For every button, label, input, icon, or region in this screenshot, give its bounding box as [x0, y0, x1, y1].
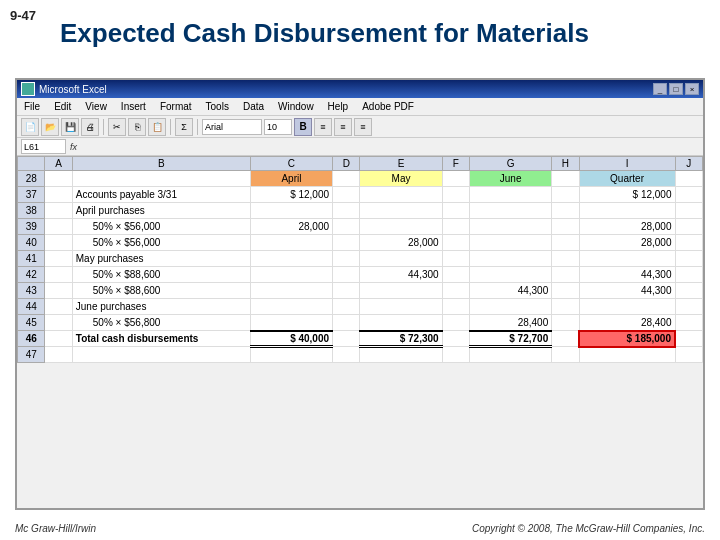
- cell-47-G[interactable]: [470, 347, 552, 363]
- cell-28-J[interactable]: [675, 171, 703, 187]
- cell-42-J[interactable]: [675, 267, 703, 283]
- cell-41-H[interactable]: [552, 251, 579, 267]
- menu-adobe[interactable]: Adobe PDF: [359, 100, 417, 113]
- cell-47-E[interactable]: [360, 347, 442, 363]
- cell-44-J[interactable]: [675, 299, 703, 315]
- cell-28-E[interactable]: May: [360, 171, 442, 187]
- cell-38-C[interactable]: [250, 203, 332, 219]
- cell-45-B[interactable]: 50% × $56,800: [72, 315, 250, 331]
- cell-47-H[interactable]: [552, 347, 579, 363]
- cell-47-I[interactable]: [579, 347, 675, 363]
- cell-47-B[interactable]: [72, 347, 250, 363]
- cell-45-C[interactable]: [250, 315, 332, 331]
- cell-42-A[interactable]: [45, 267, 72, 283]
- cell-42-G[interactable]: [470, 267, 552, 283]
- cell-46-G[interactable]: $ 72,700: [470, 331, 552, 347]
- cell-43-G[interactable]: 44,300: [470, 283, 552, 299]
- paste-btn[interactable]: 📋: [148, 118, 166, 136]
- cell-45-D[interactable]: [333, 315, 360, 331]
- cell-43-J[interactable]: [675, 283, 703, 299]
- cell-46-H[interactable]: [552, 331, 579, 347]
- cell-41-C[interactable]: [250, 251, 332, 267]
- cell-37-A[interactable]: [45, 187, 72, 203]
- menu-file[interactable]: File: [21, 100, 43, 113]
- cell-44-C[interactable]: [250, 299, 332, 315]
- cell-28-A[interactable]: [45, 171, 72, 187]
- cell-45-F[interactable]: [442, 315, 469, 331]
- cell-40-C[interactable]: [250, 235, 332, 251]
- cell-41-F[interactable]: [442, 251, 469, 267]
- copy-btn[interactable]: ⎘: [128, 118, 146, 136]
- menu-insert[interactable]: Insert: [118, 100, 149, 113]
- cell-37-J[interactable]: [675, 187, 703, 203]
- cell-46-A[interactable]: [45, 331, 72, 347]
- cell-40-G[interactable]: [470, 235, 552, 251]
- cell-39-A[interactable]: [45, 219, 72, 235]
- cell-46-F[interactable]: [442, 331, 469, 347]
- minimize-btn[interactable]: _: [653, 83, 667, 95]
- cell-40-F[interactable]: [442, 235, 469, 251]
- cell-39-F[interactable]: [442, 219, 469, 235]
- cell-47-D[interactable]: [333, 347, 360, 363]
- cell-43-E[interactable]: [360, 283, 442, 299]
- cell-37-F[interactable]: [442, 187, 469, 203]
- cell-39-H[interactable]: [552, 219, 579, 235]
- bold-button[interactable]: B: [294, 118, 312, 136]
- cell-46-C[interactable]: $ 40,000: [250, 331, 332, 347]
- menu-data[interactable]: Data: [240, 100, 267, 113]
- cell-42-D[interactable]: [333, 267, 360, 283]
- cell-46-B[interactable]: Total cash disbursements: [72, 331, 250, 347]
- cell-41-D[interactable]: [333, 251, 360, 267]
- close-btn[interactable]: ×: [685, 83, 699, 95]
- restore-btn[interactable]: □: [669, 83, 683, 95]
- cell-44-H[interactable]: [552, 299, 579, 315]
- cell-43-H[interactable]: [552, 283, 579, 299]
- cell-45-J[interactable]: [675, 315, 703, 331]
- print-btn[interactable]: 🖨: [81, 118, 99, 136]
- cell-40-I[interactable]: 28,000: [579, 235, 675, 251]
- cell-28-I[interactable]: Quarter: [579, 171, 675, 187]
- cell-40-E[interactable]: 28,000: [360, 235, 442, 251]
- cell-42-I[interactable]: 44,300: [579, 267, 675, 283]
- cell-38-B[interactable]: April purchases: [72, 203, 250, 219]
- cell-39-D[interactable]: [333, 219, 360, 235]
- cell-41-I[interactable]: [579, 251, 675, 267]
- cell-37-B[interactable]: Accounts payable 3/31: [72, 187, 250, 203]
- cell-41-E[interactable]: [360, 251, 442, 267]
- cell-43-F[interactable]: [442, 283, 469, 299]
- cell-39-G[interactable]: [470, 219, 552, 235]
- cell-38-I[interactable]: [579, 203, 675, 219]
- cell-38-H[interactable]: [552, 203, 579, 219]
- cell-38-J[interactable]: [675, 203, 703, 219]
- cell-40-H[interactable]: [552, 235, 579, 251]
- cell-39-I[interactable]: 28,000: [579, 219, 675, 235]
- cell-28-G[interactable]: June: [470, 171, 552, 187]
- align-right[interactable]: ≡: [354, 118, 372, 136]
- cell-42-B[interactable]: 50% × $88,600: [72, 267, 250, 283]
- name-box[interactable]: L61: [21, 139, 66, 154]
- menu-tools[interactable]: Tools: [203, 100, 232, 113]
- cell-44-D[interactable]: [333, 299, 360, 315]
- cell-45-G[interactable]: 28,400: [470, 315, 552, 331]
- cell-38-G[interactable]: [470, 203, 552, 219]
- open-btn[interactable]: 📂: [41, 118, 59, 136]
- cell-45-E[interactable]: [360, 315, 442, 331]
- cell-38-E[interactable]: [360, 203, 442, 219]
- cell-39-E[interactable]: [360, 219, 442, 235]
- new-btn[interactable]: 📄: [21, 118, 39, 136]
- cell-28-B[interactable]: [72, 171, 250, 187]
- cell-37-H[interactable]: [552, 187, 579, 203]
- cell-46-J[interactable]: [675, 331, 703, 347]
- cell-42-C[interactable]: [250, 267, 332, 283]
- cell-45-I[interactable]: 28,400: [579, 315, 675, 331]
- cell-45-H[interactable]: [552, 315, 579, 331]
- align-left[interactable]: ≡: [314, 118, 332, 136]
- cell-40-D[interactable]: [333, 235, 360, 251]
- cell-28-D[interactable]: [333, 171, 360, 187]
- menu-edit[interactable]: Edit: [51, 100, 74, 113]
- cell-40-J[interactable]: [675, 235, 703, 251]
- cell-41-J[interactable]: [675, 251, 703, 267]
- cell-42-E[interactable]: 44,300: [360, 267, 442, 283]
- font-selector[interactable]: Arial: [202, 119, 262, 135]
- menu-help[interactable]: Help: [325, 100, 352, 113]
